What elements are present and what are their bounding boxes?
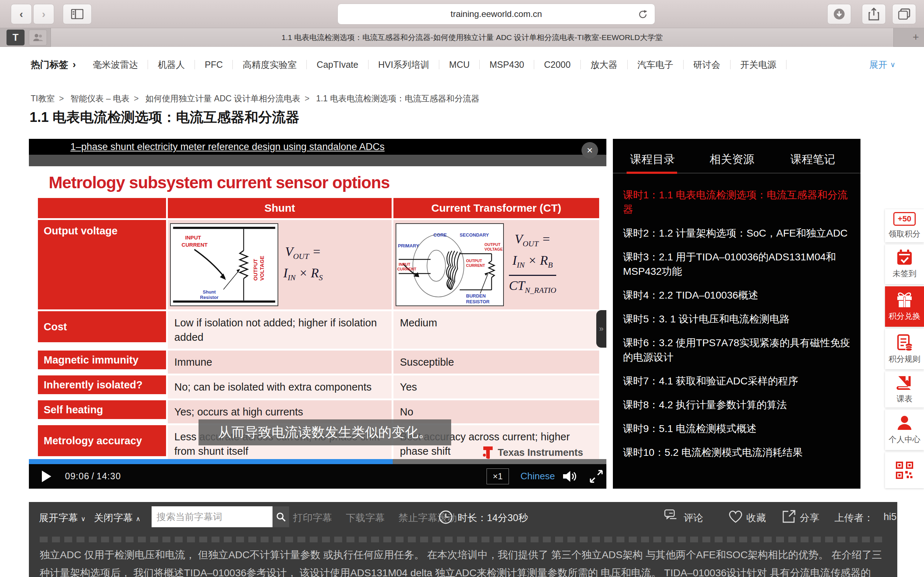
nav-tag[interactable]: 放大器 [581,59,627,71]
share-button[interactable]: 分享 [800,511,819,524]
lesson-item[interactable]: 课时3：2.1 用于TIDA–010036的ADS131M04和MSP432功能 [623,250,853,279]
nav-tag[interactable]: 开关电源 [730,59,786,71]
tab-bar: T 1.1 电表电流检测选项：电流互感器和分流器-如何使用独立计量 ADC 设计… [0,28,924,47]
nav-tag[interactable]: 高精度实验室 [233,59,307,71]
clock-icon [439,510,453,524]
video-progress-bar[interactable] [29,459,606,464]
playback-speed-button[interactable]: ×1 [486,469,509,484]
back-button[interactable]: ‹ [11,4,32,24]
label-output-voltage-2: VOLTAGE [485,247,503,251]
qr-code-icon [895,461,914,479]
expand-subtitles-button[interactable]: 展开字幕∨ [39,511,86,524]
comment-button[interactable]: 评论 [683,511,703,524]
label-output-voltage-1: OUTPUT [485,242,501,247]
hot-tags-label[interactable]: 热门标签 [31,58,68,71]
row-label: Metrology accuracy [38,425,166,456]
pinned-tab-ti[interactable]: T [6,29,24,45]
nav-tag[interactable]: 汽车电子 [628,59,683,71]
panel-collapse-handle[interactable]: » [596,310,606,348]
rail-label: 积分规则 [888,354,921,364]
reference-design-link[interactable]: 1–phase shunt electricity meter referenc… [70,141,385,153]
heart-icon[interactable] [728,509,743,524]
address-bar[interactable]: training.eeworld.com.cn [338,3,655,24]
lesson-item[interactable]: 课时5：3. 1 设计电压和电流检测电路 [623,312,853,326]
subtitle-search-button[interactable] [273,506,289,527]
breadcrumb-link[interactable]: 智能仪表 – 电表 [70,94,129,103]
nav-tag[interactable]: MCU [439,60,479,70]
gift-icon [896,292,913,308]
downloads-button[interactable] [827,4,851,24]
tab-course-catalog[interactable]: 课程目录 [630,152,675,167]
check-in-button[interactable]: 未签到 [885,245,924,284]
tab-title: 1.1 电表电流检测选项：电流互感器和分流器-如何使用独立计量 ADC 设计单相… [281,32,663,43]
chevron-up-icon: ∧ [133,515,141,522]
nav-tag[interactable]: MSP430 [480,60,534,70]
volume-icon[interactable] [562,469,577,484]
reload-icon[interactable] [637,9,648,20]
comment-icon[interactable] [664,509,681,524]
subtitle-language-button[interactable]: Chinese [520,471,555,482]
url-text: training.eeworld.com.cn [451,9,542,19]
profile-button[interactable]: 个人中心 [885,410,924,450]
lesson-item[interactable]: 课时8：4.2 执行计量参数计算的算法 [623,398,853,412]
lesson-item[interactable]: 课时9：5.1 电流检测模式概述 [623,422,853,436]
video-controls: 09:06/14:30 ×1 Chinese [29,464,606,488]
nav-tag[interactable]: PFC [195,60,233,70]
active-tab[interactable]: 1.1 电表电流检测选项：电流互感器和分流器-如何使用独立计量 ADC 设计单相… [50,28,894,47]
label-resistor: Resistor [200,295,218,300]
download-subtitles-button[interactable]: 下载字幕 [346,511,385,524]
row-label: Self heating [38,400,166,419]
favorite-button[interactable]: 收藏 [746,511,766,524]
share-arrow-icon[interactable] [781,509,796,524]
pinned-tab-forum[interactable] [29,29,47,45]
close-icon[interactable]: × [582,142,598,159]
points-rules-button[interactable]: 积分规则 [885,329,924,369]
lesson-item[interactable]: 课时7：4.1 获取和验证ADC采样的程序 [623,374,853,388]
lesson-item[interactable]: 课时10：5.2 电流检测模式电流消耗结果 [623,445,853,460]
nav-tag[interactable]: C2000 [534,60,580,70]
search-icon [276,512,286,522]
nav-tag[interactable]: 研讨会 [683,59,730,71]
close-subtitles-button[interactable]: 关闭字幕∧ [94,511,141,524]
table-cell: Medium [393,311,599,349]
label-output: OUTPUT [253,259,258,281]
current-time: 09:06 [65,471,89,481]
forward-button[interactable]: › [33,4,54,24]
table-header-shunt: Shunt [168,198,392,218]
qr-code-button[interactable] [885,452,924,488]
nav-tag[interactable]: 机器人 [148,59,195,71]
label-input-current-2: CURRENT [397,267,417,271]
share-button[interactable] [862,4,886,24]
transcript-line: 独立ADC 仅用于检测电压和电流， 但独立ADC不计算计量参数 或执行任何应用任… [40,548,888,562]
tab-related-resources[interactable]: 相关资源 [709,152,754,167]
breadcrumb-link[interactable]: 如何使用独立计量 ADC 设计单相分流电表 [145,94,300,103]
fullscreen-icon[interactable] [589,469,604,484]
points-rail: +50 领取积分 未签到 积分兑换 积分规则 课表 个人中心 [885,209,924,488]
breadcrumb-link[interactable]: TI教室 [31,94,55,103]
nav-tag[interactable]: HVI系列培训 [368,59,439,71]
uploader-name[interactable]: hi5 [884,511,897,522]
ct-formula: VOUT = IIN × RB CTN_RATIO [509,231,556,299]
lesson-item[interactable]: 课时2：1.2 计量架构选项：SoC，AFE和独立ADC [623,226,853,240]
print-subtitles-button[interactable]: 打印字幕 [293,511,332,524]
subtitle-search-input[interactable] [152,506,273,527]
new-tab-button[interactable]: + [913,31,919,43]
table-cell: No; can be isolated with extra component… [168,376,392,398]
video-player[interactable]: 1–phase shunt electricity meter referenc… [29,139,606,488]
tabs-overview-button[interactable] [892,4,916,24]
schedule-button[interactable]: 课表 [885,371,924,408]
lesson-item[interactable]: 课时6：3.2 使用TPS7A78实现紧凑的具有磁性免疫的电源设计 [623,336,853,364]
divider [786,60,787,69]
label-primary: PRIMARY [398,243,419,248]
sidebar-toggle-button[interactable] [63,4,92,24]
nav-tag[interactable]: 毫米波雷达 [83,59,148,71]
nav-tag[interactable]: CapTIvate [307,60,368,70]
progress-played [29,459,393,464]
lesson-item[interactable]: 课时1：1.1 电表电流检测选项：电流互感器和分流器 [623,188,853,217]
play-button[interactable] [42,471,51,482]
points-redeem-button[interactable]: 积分兑换 [885,286,924,327]
claim-points-button[interactable]: +50 领取积分 [885,209,924,242]
expand-tags-button[interactable]: 展开∨ [869,59,895,71]
tab-course-notes[interactable]: 课程笔记 [790,152,835,167]
lesson-item[interactable]: 课时4：2.2 TIDA–010036概述 [623,288,853,303]
